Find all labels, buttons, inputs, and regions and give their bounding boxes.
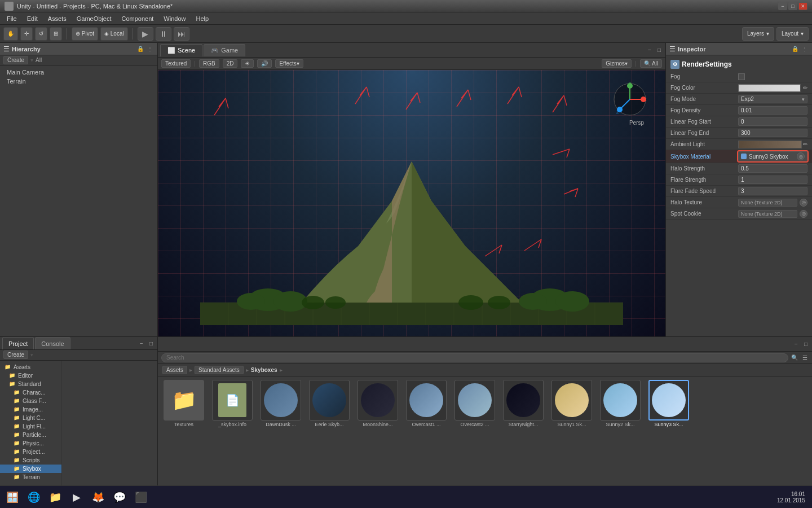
all-scene-button[interactable]: 🔍 All	[640, 59, 662, 68]
asset-item-4[interactable]: MoonShine...	[355, 380, 400, 427]
scene-expand-icon[interactable]: □	[655, 46, 663, 54]
tree-item-6[interactable]: 📁Light C...	[0, 414, 61, 422]
color-space-button[interactable]: RGB	[199, 59, 219, 68]
flare-strength-input[interactable]	[738, 176, 807, 184]
rotate-tool-button[interactable]: ↺	[35, 27, 47, 41]
asset-item-5[interactable]: Overcast1 ...	[404, 380, 449, 427]
scale-tool-button[interactable]: ⊞	[50, 27, 62, 41]
skybox-material-select-button[interactable]: ◎	[797, 152, 805, 160]
media-button[interactable]: ▶	[67, 488, 87, 507]
local-button[interactable]: ◈ Local	[100, 27, 128, 41]
hand-tool-button[interactable]: ✋	[3, 27, 18, 41]
project-tab[interactable]: Project	[2, 337, 34, 349]
tree-item-1[interactable]: 📁Editor	[0, 371, 61, 380]
minimize-button[interactable]: −	[778, 2, 787, 10]
tree-item-9[interactable]: 📁Physic...	[0, 439, 61, 448]
start-button[interactable]: 🪟	[2, 488, 23, 507]
audio-button[interactable]: 🔊	[257, 59, 272, 68]
menu-item-gameobject[interactable]: GameObject	[72, 14, 116, 23]
scene-tab[interactable]: ⬜ Scene	[160, 44, 202, 56]
asset-filter-icon[interactable]: ☰	[801, 354, 809, 362]
tree-item-13[interactable]: 📁Terrain	[0, 473, 61, 481]
breadcrumb-assets[interactable]: Assets	[162, 366, 187, 374]
play-button[interactable]: ▶	[138, 27, 153, 41]
breadcrumb-standard-assets[interactable]: Standard Assets	[195, 366, 244, 374]
render-mode-button[interactable]: Textured	[161, 59, 191, 68]
tree-item-2[interactable]: 📁Standard	[0, 380, 61, 388]
tree-item-12[interactable]: 📁Skybox	[0, 465, 61, 473]
other-button-1[interactable]: 🦊	[88, 488, 108, 507]
asset-item-2[interactable]: DawnDusk ...	[258, 380, 303, 427]
tree-item-5[interactable]: 📁Image...	[0, 405, 61, 414]
console-tab[interactable]: Console	[35, 337, 70, 349]
asset-item-9[interactable]: Sunny2 Sk...	[598, 380, 643, 427]
other-button-2[interactable]: 💬	[109, 488, 130, 507]
browser-button[interactable]: 🌐	[24, 488, 44, 507]
close-button[interactable]: ✕	[798, 2, 807, 10]
tree-item-11[interactable]: 📁Scripts	[0, 456, 61, 465]
menu-item-edit[interactable]: Edit	[23, 14, 42, 23]
skybox-material-value[interactable]: Sunny3 Skybox ◎	[738, 151, 807, 161]
bottom-right-shrink-icon[interactable]: −	[792, 340, 800, 348]
asset-item-7[interactable]: StarryNight...	[501, 380, 546, 427]
tree-item-4[interactable]: 📁Glass F...	[0, 397, 61, 405]
files-button[interactable]: 📁	[45, 488, 65, 507]
inspector-menu-icon[interactable]: ⋮	[801, 45, 809, 53]
menu-item-assets[interactable]: Assets	[43, 14, 71, 23]
sun-button[interactable]: ☀	[241, 59, 254, 68]
menu-item-window[interactable]: Window	[159, 14, 190, 23]
asset-item-1[interactable]: 📄 _skybox.info	[210, 380, 255, 427]
tree-item-3[interactable]: 📁Charac...	[0, 388, 61, 397]
tree-item-10[interactable]: 📁Project...	[0, 448, 61, 456]
halo-texture-select-button[interactable]: ◎	[800, 199, 807, 207]
flare-fade-input[interactable]	[738, 187, 807, 195]
hierarchy-create-button[interactable]: Create	[3, 56, 28, 64]
asset-item-3[interactable]: Eerie Skyb...	[307, 380, 352, 427]
maximize-button[interactable]: □	[788, 2, 797, 10]
hierarchy-menu-icon[interactable]: ⋮	[146, 45, 154, 53]
step-button[interactable]: ⏭	[174, 27, 189, 41]
asset-item-8[interactable]: Sunny1 Sk...	[549, 380, 594, 427]
project-create-button[interactable]: Create	[3, 351, 28, 359]
unity-button[interactable]: ⬛	[131, 488, 151, 507]
2d-button[interactable]: 2D	[223, 59, 238, 68]
ambient-light-picker-icon[interactable]: ✏	[803, 141, 807, 147]
bottom-right-expand-icon[interactable]: □	[802, 340, 810, 348]
pivot-button[interactable]: ⊕ Pivot	[72, 27, 98, 41]
scene-collapse-icon[interactable]: −	[646, 46, 654, 54]
hierarchy-lock-icon[interactable]: 🔒	[136, 45, 144, 53]
fog-color-picker-icon[interactable]: ✏	[803, 85, 807, 91]
tree-item-7[interactable]: 📁Light Fl...	[0, 422, 61, 431]
search-options-icon[interactable]: 🔍	[791, 354, 798, 362]
linear-fog-end-input[interactable]	[738, 129, 807, 137]
halo-strength-input[interactable]	[738, 164, 807, 173]
tree-item-0[interactable]: 📁Assets	[0, 363, 61, 371]
scene-view[interactable]: Y X Z Persp	[158, 70, 665, 336]
asset-item-0[interactable]: 📁 Textures	[161, 380, 206, 427]
hierarchy-item-camera[interactable]: Main Camera	[0, 68, 157, 77]
pause-button[interactable]: ⏸	[156, 27, 171, 41]
tree-item-8[interactable]: 📁Particle...	[0, 431, 61, 439]
bottom-panel-expand-icon[interactable]: □	[147, 339, 155, 347]
layers-dropdown[interactable]: Layers▾	[742, 27, 774, 41]
bottom-panel-shrink-icon[interactable]: −	[138, 339, 145, 347]
effects-button[interactable]: Effects▾	[275, 59, 303, 68]
move-tool-button[interactable]: ✛	[20, 27, 33, 41]
linear-fog-start-input[interactable]	[738, 117, 807, 126]
hierarchy-item-terrain[interactable]: Terrain	[0, 77, 157, 86]
fog-checkbox[interactable]	[738, 73, 745, 80]
gizmos-button[interactable]: Gizmos▾	[602, 59, 632, 68]
asset-search-input[interactable]	[161, 353, 788, 362]
fog-mode-dropdown-icon[interactable]: ▾	[802, 97, 805, 102]
menu-item-help[interactable]: Help	[191, 14, 213, 23]
hierarchy-all-button[interactable]: All	[36, 57, 42, 63]
menu-item-component[interactable]: Component	[117, 14, 158, 23]
fog-density-input[interactable]: 0.01	[738, 106, 807, 115]
inspector-lock-icon[interactable]: 🔒	[791, 45, 799, 53]
menu-item-file[interactable]: File	[2, 14, 21, 23]
game-tab[interactable]: 🎮 Game	[204, 44, 245, 56]
asset-item-10[interactable]: Sunny3 Sk...	[646, 380, 691, 427]
asset-item-6[interactable]: Overcast2 ...	[452, 380, 497, 427]
ambient-light-swatch[interactable]	[738, 141, 802, 148]
layout-dropdown[interactable]: Layout▾	[776, 27, 809, 41]
